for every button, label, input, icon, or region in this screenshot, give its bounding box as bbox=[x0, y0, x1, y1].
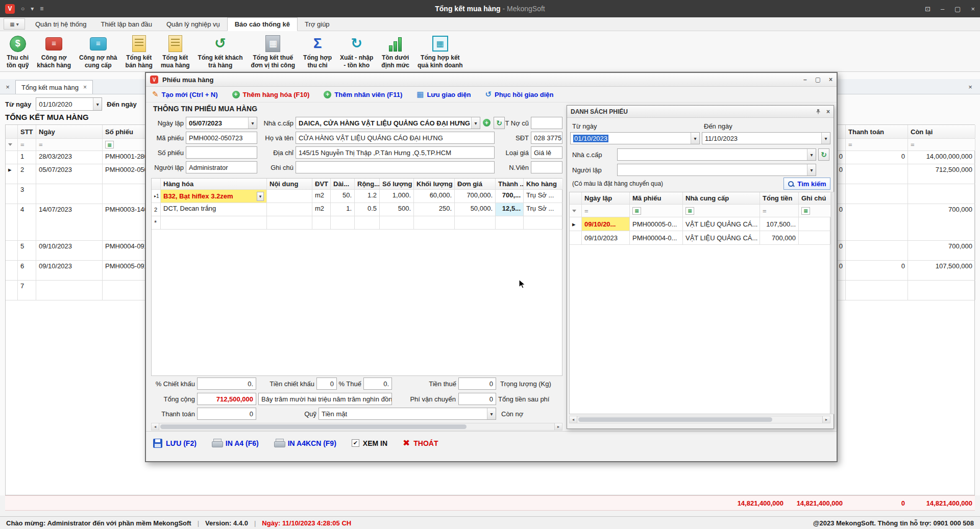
header-stt[interactable]: STT bbox=[18, 125, 36, 138]
cell-dvt[interactable] bbox=[312, 216, 331, 229]
ribbon-tab-tro-giup[interactable]: Trợ giúp bbox=[298, 17, 337, 31]
pin-icon[interactable] bbox=[815, 109, 821, 115]
header-noi-dung[interactable]: Nội dung bbox=[267, 179, 312, 189]
ho-ten-field[interactable]: CỬA HÀNG VẬT LIỆU QUẢNG CÁO ĐẠI HƯNG bbox=[296, 132, 495, 144]
exit-button[interactable]: ✖ THOÁT bbox=[403, 438, 438, 448]
vertical-scrollbar[interactable] bbox=[831, 192, 835, 414]
filter-stt[interactable]: = bbox=[18, 139, 36, 150]
chevron-down-icon[interactable]: ▾ bbox=[471, 117, 480, 129]
header-so-luong[interactable]: Số lượng bbox=[380, 179, 414, 189]
cell-ma-phieu[interactable]: PMH00004-0... bbox=[630, 231, 683, 244]
cell-con-lai[interactable]: 700,000 bbox=[908, 241, 975, 260]
refresh-supplier-button[interactable]: ↻ bbox=[494, 117, 505, 129]
cell-stt[interactable]: 2 bbox=[18, 164, 36, 184]
so-phieu-field[interactable] bbox=[186, 146, 257, 159]
cell-thanh-toan[interactable] bbox=[846, 241, 908, 260]
cell-kho-hang[interactable] bbox=[524, 216, 563, 229]
minimize-icon[interactable]: – bbox=[803, 76, 807, 83]
cell-ngay[interactable] bbox=[36, 281, 103, 300]
close-icon[interactable]: × bbox=[971, 5, 975, 13]
cell-thanh-toan[interactable] bbox=[846, 184, 908, 204]
cell-ngay[interactable]: 14/07/2023 bbox=[36, 204, 103, 240]
dia-chi-field[interactable]: 145/15 Nguyễn Thị Thập ,P.Tân Hưng ,Q.5,… bbox=[296, 146, 495, 159]
thue-pct-field[interactable]: 0. bbox=[363, 377, 392, 390]
cell-nha-cung-cap[interactable]: VẬT LIỆU QUẢNG CÁ... bbox=[683, 217, 760, 231]
cell-ghi-chu[interactable] bbox=[799, 231, 831, 244]
filter-con-lai[interactable]: = bbox=[908, 139, 975, 150]
close-tab-left-icon[interactable]: × bbox=[2, 81, 13, 92]
filter-type-icon[interactable]: ▦ bbox=[105, 141, 114, 148]
thue-tien-field[interactable]: 0 bbox=[458, 377, 496, 390]
close-icon[interactable]: × bbox=[83, 84, 87, 91]
filter-tong-tien[interactable]: = bbox=[760, 205, 799, 217]
filter-thanh-toan[interactable]: = bbox=[846, 139, 908, 150]
header-dai[interactable]: Dài... bbox=[331, 179, 355, 189]
supplier-combo[interactable]: DAICA, CỬA HÀNG VẬT LIỆU QUẢNG CÁO ĐẠI H… bbox=[296, 117, 480, 129]
ribbon-button-tong-ket-khach-tra-hang[interactable]: ↺ Tổng kết kháchtrả hàng bbox=[194, 33, 247, 70]
cell-hang-hoa[interactable] bbox=[161, 216, 267, 229]
cell-ngay[interactable] bbox=[36, 184, 103, 204]
horizontal-scrollbar[interactable]: ◂ ▸ bbox=[151, 423, 562, 431]
cell-noi-dung[interactable] bbox=[267, 190, 312, 203]
chevron-down-icon[interactable]: ▾ bbox=[807, 149, 816, 160]
receipt-row[interactable]: ▸ 09/10/20... PMH00005-0... VẬT LIỆU QUẢ… bbox=[570, 217, 830, 231]
header-ngay-lap[interactable]: Ngày lập bbox=[582, 192, 630, 204]
tong-cong-text-field[interactable]: Bảy trăm mười hai triệu năm trăm nghìn đ… bbox=[258, 393, 392, 405]
ribbon-tab-bao-cao-thong-ke[interactable]: Báo cáo thống kê bbox=[227, 17, 298, 31]
loai-gia-field[interactable]: Giá lẻ bbox=[531, 146, 562, 159]
cell-khoi-luong[interactable]: 60,000. bbox=[414, 190, 455, 203]
header-tong-tien[interactable]: Tổng tiền bbox=[760, 192, 799, 204]
ribbon-button-ton-duoi-dinh-muc[interactable]: Tồn dướiđịnh mức bbox=[378, 33, 413, 70]
cell-stt[interactable]: 5 bbox=[18, 241, 36, 260]
cell-nha-cung-cap[interactable]: VẬT LIỆU QUẢNG CÁ... bbox=[683, 231, 760, 244]
header-kho-hang[interactable]: Kho hàng bbox=[524, 179, 563, 189]
cell-stt[interactable]: 7 bbox=[18, 281, 36, 300]
cell-thanh-toan[interactable] bbox=[846, 204, 908, 240]
scroll-left-icon[interactable]: ◂ bbox=[152, 423, 159, 430]
sdt-field[interactable]: 028 3775 bbox=[531, 132, 562, 144]
cell-khoi-luong[interactable]: 250. bbox=[414, 203, 455, 216]
panel-refresh-supplier-button[interactable]: ↻ bbox=[818, 148, 829, 161]
ribbon-button-tong-ket-thue[interactable]: ▦ Tổng kết thuếđơn vị thi công bbox=[248, 33, 299, 70]
cell-con-lai[interactable]: 700,000 bbox=[908, 204, 975, 240]
thanh-toan-field[interactable]: 0 bbox=[197, 408, 256, 420]
receipt-row[interactable]: 09/10/2023 PMH00004-0... VẬT LIỆU QUẢNG … bbox=[570, 231, 830, 245]
item-row[interactable]: ▸1 B32, Bạt hiflex 3.2zem ▾ m2 50. 1.2 1… bbox=[152, 190, 562, 203]
scroll-right-icon[interactable]: ▸ bbox=[822, 416, 830, 423]
cell-noi-dung[interactable] bbox=[267, 203, 312, 216]
header-thanh-tien[interactable]: Thành ... bbox=[496, 179, 524, 189]
new-button[interactable]: ✎ Tạo mới (Ctrl + N) bbox=[152, 90, 218, 99]
cell-ngay[interactable]: 05/07/2023 bbox=[36, 164, 103, 184]
header-hang-hoa[interactable]: Hàng hóa bbox=[161, 179, 267, 189]
cell-so-luong[interactable] bbox=[380, 216, 414, 229]
ribbon-menu-button[interactable]: ▦ ▾ bbox=[4, 18, 25, 30]
panel-titlebar[interactable]: DANH SÁCH PHIẾU × bbox=[567, 106, 834, 118]
cell-hang-hoa[interactable]: B32, Bạt hiflex 3.2zem ▾ bbox=[161, 190, 267, 203]
header-khoi-luong[interactable]: Khối lượng bbox=[414, 179, 455, 189]
ck-pct-field[interactable]: 0. bbox=[197, 377, 256, 390]
cell-ngay[interactable]: 09/10/2023 bbox=[36, 241, 103, 260]
cell-thanh-toan[interactable]: 0 bbox=[846, 151, 908, 164]
cell-so-luong[interactable]: 500. bbox=[380, 203, 414, 216]
filter-ngay[interactable]: = bbox=[36, 139, 103, 150]
cell-thanh-tien[interactable]: 700,... bbox=[496, 190, 524, 203]
cell-rong[interactable] bbox=[355, 216, 380, 229]
items-grid[interactable]: Hàng hóa Nội dung ĐVT Dài... Rộng... Số … bbox=[151, 178, 562, 376]
cell-stt[interactable]: 4 bbox=[18, 204, 36, 240]
cell-dai[interactable]: 50. bbox=[331, 190, 355, 203]
cell-noi-dung[interactable] bbox=[267, 216, 312, 229]
cell-thanh-toan[interactable] bbox=[846, 164, 908, 184]
header-rong[interactable]: Rộng... bbox=[355, 179, 380, 189]
header-thanh-toan[interactable]: Thanh toán bbox=[846, 125, 908, 138]
panel-horizontal-scrollbar[interactable]: ◂ ▸ bbox=[569, 416, 830, 423]
cell-dai[interactable] bbox=[331, 216, 355, 229]
cell-ghi-chu[interactable] bbox=[799, 217, 831, 231]
filter-type-icon[interactable]: ▦ bbox=[685, 207, 694, 215]
close-icon[interactable]: × bbox=[829, 76, 832, 83]
print-a4-button[interactable]: IN A4 (F6) bbox=[212, 439, 259, 447]
add-employee-button[interactable]: + Thêm nhân viên (F11) bbox=[324, 91, 402, 98]
chevron-down-icon[interactable]: ▾ bbox=[93, 98, 102, 110]
from-date-combo[interactable]: 01/10/2020 ▾ bbox=[36, 97, 102, 111]
ghi-chu-field[interactable] bbox=[296, 161, 495, 173]
cell-don-gia[interactable]: 700,000. bbox=[455, 190, 496, 203]
